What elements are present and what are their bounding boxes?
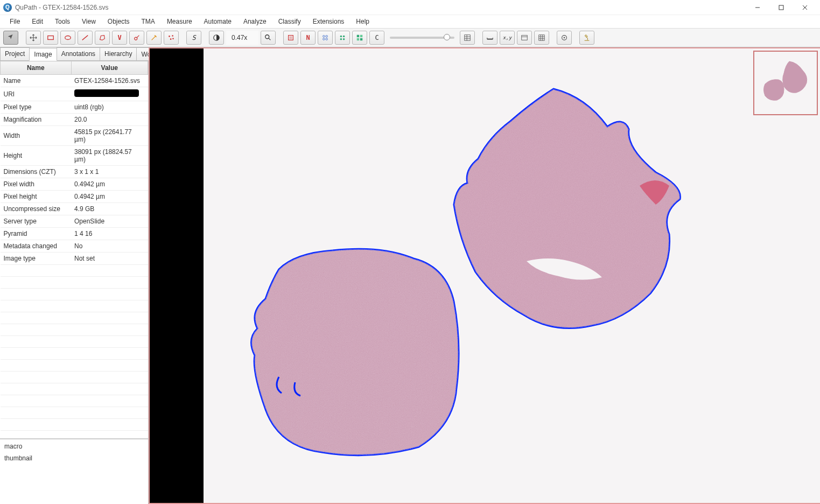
property-name bbox=[1, 383, 72, 395]
show-tma-grid-button[interactable] bbox=[318, 31, 333, 45]
table-row[interactable] bbox=[1, 372, 148, 383]
menu-automate[interactable]: Automate bbox=[199, 16, 237, 27]
property-name: Dimensions (CZT) bbox=[1, 166, 72, 178]
table-row[interactable]: Height38091 px (18824.57 µm) bbox=[1, 146, 148, 166]
show-location-button[interactable]: x,y bbox=[500, 31, 515, 45]
points-tool-button[interactable] bbox=[164, 31, 179, 45]
table-row[interactable] bbox=[1, 336, 148, 348]
property-value: No bbox=[71, 240, 148, 253]
tab-hierarchy[interactable]: Hierarchy bbox=[100, 47, 137, 60]
table-row[interactable] bbox=[1, 277, 148, 289]
maximize-button[interactable] bbox=[769, 0, 793, 15]
property-value: 4.9 GB bbox=[71, 203, 148, 215]
line-tool-button[interactable] bbox=[78, 31, 93, 45]
slide-viewer[interactable] bbox=[149, 47, 820, 504]
tab-image[interactable]: Image bbox=[29, 48, 57, 61]
window-controls bbox=[746, 0, 817, 15]
menu-view[interactable]: View bbox=[76, 16, 101, 27]
table-row[interactable]: URI bbox=[1, 87, 148, 101]
table-row[interactable] bbox=[1, 407, 148, 419]
menu-extensions[interactable]: Extensions bbox=[307, 16, 350, 27]
property-value bbox=[71, 265, 148, 277]
svg-point-9 bbox=[170, 38, 172, 40]
table-row[interactable]: Metadata changedNo bbox=[1, 240, 148, 253]
property-name: Pixel width bbox=[1, 178, 72, 191]
table-row[interactable] bbox=[1, 265, 148, 277]
measurement-table-button[interactable] bbox=[460, 31, 475, 45]
table-row[interactable] bbox=[1, 348, 148, 360]
svg-rect-15 bbox=[289, 36, 292, 39]
table-row[interactable]: Pyramid1 4 16 bbox=[1, 228, 148, 240]
table-row[interactable] bbox=[1, 383, 148, 395]
table-row[interactable]: Pixel typeuint8 (rgb) bbox=[1, 101, 148, 114]
property-name bbox=[1, 395, 72, 407]
show-scalebar-button[interactable] bbox=[482, 31, 497, 45]
property-value: 0.4942 µm bbox=[71, 191, 148, 203]
table-row[interactable]: Magnification20.0 bbox=[1, 114, 148, 126]
zoom-fit-button[interactable] bbox=[261, 31, 276, 45]
property-value bbox=[71, 407, 148, 419]
table-row[interactable] bbox=[1, 300, 148, 312]
table-row[interactable]: Uncompressed size4.9 GB bbox=[1, 203, 148, 215]
menu-file[interactable]: File bbox=[4, 16, 25, 27]
associated-image-item[interactable]: thumbnail bbox=[0, 452, 148, 464]
overview-panel[interactable] bbox=[753, 51, 818, 115]
menu-edit[interactable]: Edit bbox=[26, 16, 48, 27]
rectangle-tool-button[interactable] bbox=[43, 31, 58, 45]
table-row[interactable]: Server typeOpenSlide bbox=[1, 215, 148, 228]
property-value: 38091 px (18824.57 µm) bbox=[71, 146, 148, 166]
opacity-slider[interactable] bbox=[390, 37, 454, 39]
polyline-tool-button[interactable]: V bbox=[112, 31, 127, 45]
brush-tool-button[interactable] bbox=[129, 31, 144, 45]
menu-classify[interactable]: Classify bbox=[273, 16, 306, 27]
menu-analyze[interactable]: Analyze bbox=[238, 16, 272, 27]
wand-tool-button[interactable] bbox=[146, 31, 162, 45]
show-grid-button[interactable] bbox=[534, 31, 549, 45]
table-row[interactable] bbox=[1, 419, 148, 431]
property-name bbox=[1, 324, 72, 336]
selection-mode-button[interactable]: S bbox=[186, 31, 201, 45]
svg-rect-35 bbox=[522, 36, 528, 40]
menubar: FileEditToolsViewObjectsTMAMeasureAutoma… bbox=[0, 15, 820, 28]
tab-project[interactable]: Project bbox=[0, 47, 30, 60]
microscope-button[interactable] bbox=[579, 31, 594, 45]
table-row[interactable] bbox=[1, 360, 148, 372]
menu-tools[interactable]: Tools bbox=[50, 16, 75, 27]
menu-help[interactable]: Help bbox=[351, 16, 375, 27]
table-row[interactable]: Pixel height0.4942 µm bbox=[1, 191, 148, 203]
show-overview-button[interactable] bbox=[517, 31, 532, 45]
table-row[interactable] bbox=[1, 312, 148, 324]
tab-annotations[interactable]: Annotations bbox=[57, 47, 100, 60]
close-button[interactable] bbox=[793, 0, 817, 15]
table-row[interactable] bbox=[1, 289, 148, 300]
table-row[interactable] bbox=[1, 324, 148, 336]
table-row[interactable]: Pixel width0.4942 µm bbox=[1, 178, 148, 191]
column-header-name[interactable]: Name bbox=[1, 61, 72, 75]
brightness-contrast-button[interactable] bbox=[209, 31, 224, 45]
table-row[interactable]: Width45815 px (22641.77 µm) bbox=[1, 126, 148, 146]
property-name: Uncompressed size bbox=[1, 203, 72, 215]
svg-point-16 bbox=[323, 36, 325, 38]
table-row[interactable] bbox=[1, 395, 148, 407]
minimize-button[interactable] bbox=[746, 0, 769, 15]
menu-objects[interactable]: Objects bbox=[102, 16, 135, 27]
table-row[interactable]: Image typeNot set bbox=[1, 253, 148, 265]
property-name bbox=[1, 360, 72, 372]
show-detections-button[interactable] bbox=[335, 31, 350, 45]
show-names-button[interactable]: N bbox=[300, 31, 316, 45]
svg-rect-27 bbox=[360, 38, 362, 40]
associated-image-item[interactable]: macro bbox=[0, 440, 148, 452]
menu-tma[interactable]: TMA bbox=[136, 16, 160, 27]
pan-tool-button[interactable] bbox=[26, 31, 41, 45]
ellipse-tool-button[interactable] bbox=[60, 31, 75, 45]
move-tool-button[interactable] bbox=[3, 31, 18, 45]
show-annotations-button[interactable] bbox=[283, 31, 298, 45]
table-row[interactable]: Dimensions (CZT)3 x 1 x 1 bbox=[1, 166, 148, 178]
preferences-button[interactable] bbox=[557, 31, 572, 45]
polygon-tool-button[interactable] bbox=[95, 31, 110, 45]
show-classes-button[interactable]: C bbox=[369, 31, 384, 45]
menu-measure[interactable]: Measure bbox=[162, 16, 198, 27]
column-header-value[interactable]: Value bbox=[71, 61, 148, 75]
fill-detections-button[interactable] bbox=[352, 31, 367, 45]
table-row[interactable]: NameGTEX-12584-1526.svs bbox=[1, 75, 148, 87]
